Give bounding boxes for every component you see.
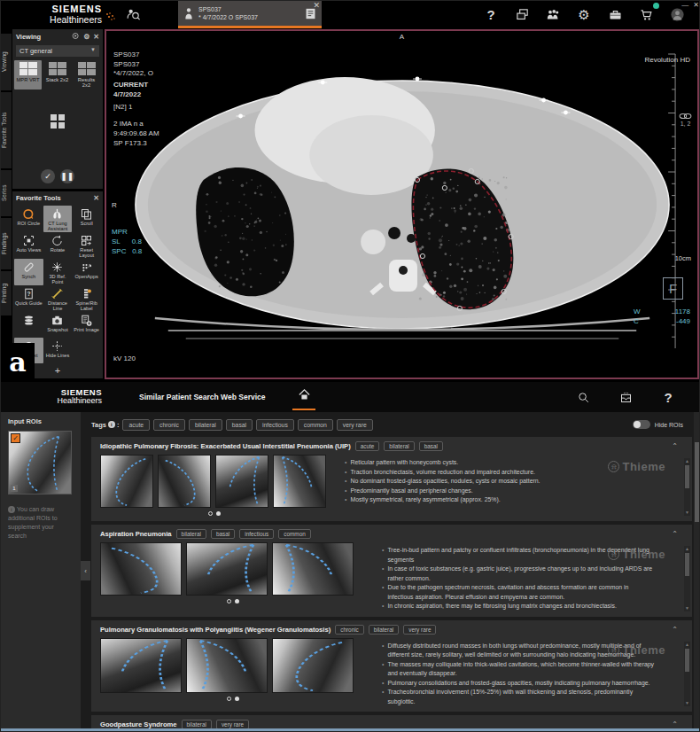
chevron-up-icon[interactable]: ⌃: [672, 530, 685, 538]
layout-stack-2x2[interactable]: Stack 2x2: [43, 60, 71, 90]
pagination-dot[interactable]: [227, 697, 231, 701]
filter-tag-infectious[interactable]: infectious: [256, 419, 294, 431]
pagination-dot[interactable]: [208, 511, 213, 516]
tool-quick-guide[interactable]: ?Quick Guide: [14, 285, 43, 312]
tool-wl-discs[interactable]: [14, 312, 43, 338]
scroll-down-icon[interactable]: ▼: [684, 510, 690, 516]
similar-case-thumbnail[interactable]: [272, 638, 354, 693]
disease-tag-basal[interactable]: basal: [419, 441, 443, 451]
tool-reset-layout[interactable]: Reset Layout: [72, 232, 101, 259]
similar-case-thumbnail[interactable]: [215, 455, 268, 508]
tool-distance-line[interactable]: Distance Line: [43, 285, 73, 312]
disease-tag-chronic[interactable]: chronic: [335, 625, 364, 635]
tool-openapps[interactable]: OpenApps: [72, 259, 101, 285]
info-icon[interactable]: i: [108, 421, 115, 428]
disease-tag-acute[interactable]: acute: [355, 441, 380, 451]
tool-3d-ref-point[interactable]: 3D Ref. Point: [43, 259, 73, 285]
help-icon[interactable]: ?: [657, 385, 680, 409]
input-roi-thumbnail[interactable]: ✓ 1: [8, 431, 72, 494]
pagination-dot[interactable]: [227, 599, 231, 604]
filter-tag-common[interactable]: common: [298, 419, 333, 431]
similar-case-thumbnail[interactable]: [186, 542, 268, 596]
section-scrollbar[interactable]: ▲▼: [684, 458, 690, 516]
section-scrollbar[interactable]: ▲▼: [684, 546, 690, 611]
tool-rotate[interactable]: Rotate: [43, 232, 73, 259]
tool-roi-circle[interactable]: ROI Circle: [14, 206, 43, 232]
sidebar-tab-favorite-tools[interactable]: Favorite Tools: [1, 92, 12, 168]
search-icon[interactable]: [572, 385, 595, 409]
cart-with-badge[interactable]: [634, 4, 657, 27]
inbox-icon[interactable]: [614, 385, 637, 409]
close-icon[interactable]: ✕: [93, 194, 99, 202]
filter-tag-chronic[interactable]: chronic: [153, 419, 185, 431]
filter-tag-bilateral[interactable]: bilateral: [189, 419, 222, 431]
similar-case-thumbnail[interactable]: [100, 638, 182, 693]
tool-snapshot[interactable]: Snapshot: [43, 312, 73, 338]
pause-icon[interactable]: ❚❚: [60, 169, 74, 183]
settings-gear-icon[interactable]: ⚙: [572, 4, 595, 27]
page-scrollbar[interactable]: [694, 412, 700, 730]
similar-case-thumbnail[interactable]: [273, 455, 326, 508]
scroll-down-icon[interactable]: ▼: [684, 605, 690, 611]
tool-scroll[interactable]: Scroll: [72, 206, 101, 232]
minimize-icon[interactable]: —: [681, 1, 688, 9]
similar-case-thumbnail[interactable]: [272, 542, 354, 596]
disease-tag-bilateral[interactable]: bilateral: [369, 625, 399, 635]
ct-viewport[interactable]: A SPS037 SPS037 *4/7/2022, O CURRENT 4/7…: [105, 29, 699, 379]
chevron-up-icon[interactable]: ⌃: [672, 720, 685, 728]
disease-tag-very-rare[interactable]: very rare: [403, 625, 436, 635]
layout-results-2x2[interactable]: Results 2x2: [73, 60, 100, 90]
check-icon[interactable]: ✓: [41, 169, 55, 183]
similar-case-thumbnail[interactable]: [100, 542, 182, 596]
similar-case-thumbnail[interactable]: [158, 455, 211, 508]
scroll-up-icon[interactable]: ▲: [684, 642, 690, 648]
briefcase-icon[interactable]: [603, 4, 626, 27]
tool-synch[interactable]: Synch: [14, 259, 43, 285]
tool-ct-lung-assistant[interactable]: CT Lung Assistant: [43, 206, 73, 232]
close-icon[interactable]: ✕: [693, 1, 699, 9]
sidebar-collapse-button[interactable]: ‹: [81, 561, 90, 580]
filter-tag-acute[interactable]: acute: [122, 419, 150, 431]
patient-tab[interactable]: SPS037 * 4/7/2022 O SPS037 ✕: [178, 1, 322, 28]
workflow-play-icon[interactable]: [72, 32, 80, 42]
sidebar-tab-viewing[interactable]: Viewing: [1, 34, 12, 90]
disease-tag-basal[interactable]: basal: [211, 529, 235, 539]
tool-hide-lines[interactable]: Hide Lines: [43, 338, 73, 363]
help-icon[interactable]: ?: [479, 4, 502, 27]
section-scrollbar[interactable]: ▲▼: [684, 642, 690, 707]
pagination-dot[interactable]: [235, 697, 239, 701]
hide-rois-toggle[interactable]: [633, 420, 650, 429]
disease-tag-infectious[interactable]: infectious: [239, 529, 274, 539]
tool-print-image[interactable]: Print Image: [72, 312, 101, 338]
scroll-up-icon[interactable]: ▲: [684, 458, 690, 464]
pagination-dot[interactable]: [216, 511, 221, 516]
disease-tag-bilateral[interactable]: bilateral: [176, 529, 206, 539]
home-tab[interactable]: [294, 383, 315, 412]
filter-tag-basal[interactable]: basal: [226, 419, 253, 431]
tool-auto-views[interactable]: Auto Views: [14, 232, 43, 259]
sidebar-tab-series[interactable]: Series: [1, 170, 12, 216]
similar-case-thumbnail[interactable]: [186, 638, 268, 693]
disease-tag-common[interactable]: common: [278, 529, 311, 539]
disease-tag-bilateral[interactable]: bilateral: [384, 441, 414, 451]
layout-preset-dropdown[interactable]: CT general ▼: [16, 45, 99, 57]
window-layout-icon[interactable]: [510, 4, 533, 27]
similar-case-thumbnail[interactable]: [100, 455, 153, 508]
chevron-up-icon[interactable]: ⌃: [672, 626, 685, 634]
patient-search-icon[interactable]: [121, 4, 144, 27]
layout-drop-grid-icon[interactable]: [51, 114, 65, 128]
chevron-up-icon[interactable]: ⌃: [672, 442, 685, 450]
pagination-dot[interactable]: [235, 599, 239, 604]
filter-tag-very-rare[interactable]: very rare: [337, 419, 373, 431]
close-icon[interactable]: ✕: [313, 2, 320, 10]
layout-mpr-vrt[interactable]: MPR VRT: [14, 60, 42, 90]
settings-gear-icon[interactable]: ⚙: [83, 33, 89, 41]
scroll-up-icon[interactable]: ▲: [684, 546, 690, 552]
scroll-down-icon[interactable]: ▼: [684, 700, 690, 706]
close-icon[interactable]: ✕: [93, 33, 99, 41]
sidebar-tab-printing[interactable]: Printing: [1, 271, 12, 315]
tool-spine-rib-label[interactable]: Spine/Rib Label: [72, 285, 101, 312]
patient-group-icon[interactable]: [541, 4, 564, 27]
sidebar-tab-findings[interactable]: Findings: [1, 218, 12, 269]
roi-checkbox[interactable]: ✓: [11, 433, 20, 443]
